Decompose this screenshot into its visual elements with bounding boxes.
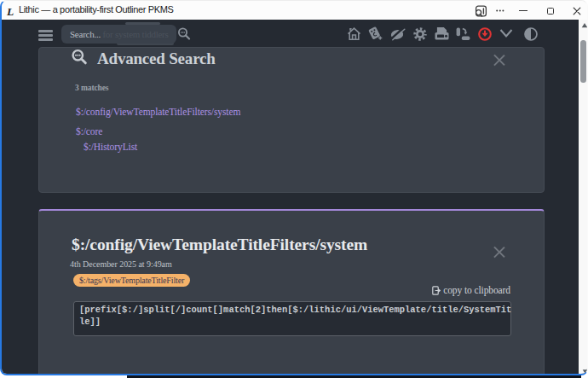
svg-text:L: L — [6, 4, 14, 17]
